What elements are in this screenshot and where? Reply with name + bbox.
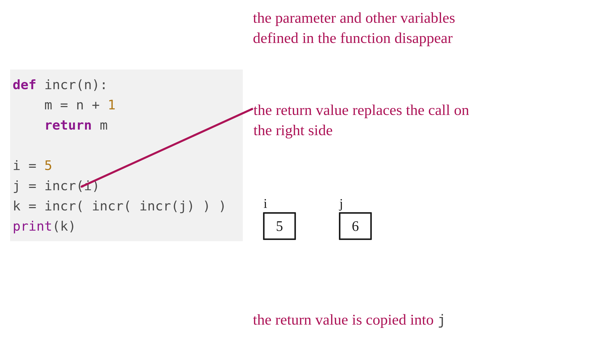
annotation-text: the parameter and other variables define… [253,9,455,46]
code-line-1: def incr(n): [13,75,240,95]
annotation-text: the return value is copied into [253,311,438,328]
code-line-6: j = incr(i) [13,176,240,196]
code-line-3: return m [13,115,240,135]
page-root: def incr(n): m = n + 1 return m i = 5j =… [0,0,607,364]
code-line-2: m = n + 1 [13,95,240,115]
annotation-text: the return value replaces the call on th… [253,102,469,138]
var-value-j: 6 [339,212,372,240]
annotation-return-copied-into-j: the return value is copied into j [253,309,481,330]
code-line-8: print(k) [13,216,240,236]
annotation-code-j: j [438,311,446,328]
code-block: def incr(n): m = n + 1 return m i = 5j =… [10,69,243,241]
var-label-j: j [339,197,372,210]
var-value-i: 5 [263,212,296,240]
variable-boxes: i 5 j 6 [258,197,410,260]
var-box-j: j 6 [339,197,372,240]
annotation-vars-disappear: the parameter and other variables define… [253,8,481,48]
var-box-i: i 5 [263,197,296,240]
code-line-7: k = incr( incr( incr(j) ) ) [13,196,240,216]
code-line-5: i = 5 [13,155,240,176]
var-label-i: i [263,197,296,210]
code-line-4 [13,135,240,155]
annotation-return-replaces-call: the return value replaces the call on th… [253,100,481,140]
